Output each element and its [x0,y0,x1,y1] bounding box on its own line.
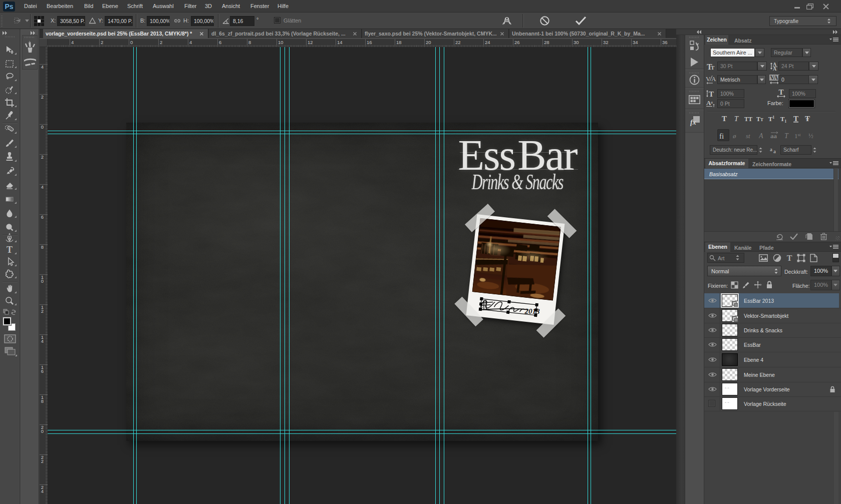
svg-text:TT: TT [756,116,763,123]
svg-text:TT: TT [744,116,752,123]
svg-text:T: T [709,90,714,98]
svg-text:a: a [770,146,772,152]
svg-text:T: T [784,132,789,140]
svg-text:st: st [746,132,750,140]
svg-text:T: T [793,115,798,123]
svg-text:VA: VA [770,75,778,81]
svg-text:½: ½ [808,132,813,140]
svg-text:T: T [722,115,727,123]
svg-text:A: A [759,132,763,140]
svg-text:T1: T1 [780,115,787,123]
svg-text:T: T [711,65,715,70]
svg-text:T: T [734,115,739,123]
svg-text:fi: fi [719,132,724,140]
svg-text:T1: T1 [768,115,775,123]
svg-text:V: V [706,75,711,83]
svg-text:a: a [711,100,713,105]
svg-text:1st: 1st [794,132,801,140]
svg-text:T: T [779,89,784,96]
svg-text:T: T [787,254,792,262]
svg-text:A: A [711,75,716,83]
svg-text:T: T [7,245,13,255]
svg-text:a: a [773,148,776,154]
svg-text:Ŧ: Ŧ [805,115,810,123]
svg-text:fx: fx [690,119,696,126]
svg-text:aa: aa [770,132,777,140]
svg-text:ø: ø [733,132,736,140]
